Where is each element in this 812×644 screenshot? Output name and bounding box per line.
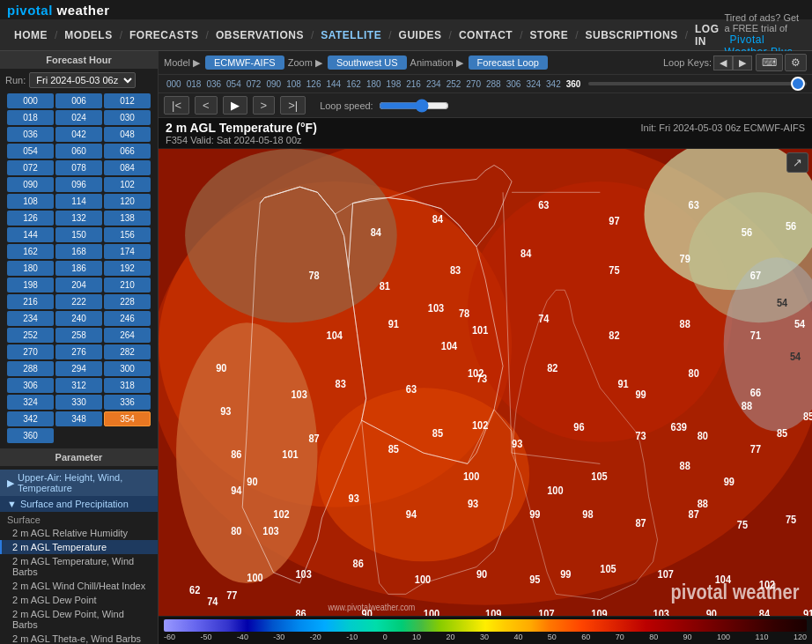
anim-prev[interactable]: <	[195, 96, 218, 115]
timeline-num-090[interactable]: 090	[263, 79, 284, 89]
hour-btn-180[interactable]: 180	[7, 261, 54, 276]
hour-btn-336[interactable]: 336	[104, 395, 151, 410]
hour-btn-330[interactable]: 330	[55, 395, 102, 410]
upper-air-header[interactable]: ▶ Upper-Air: Height, Wind, Temperature	[0, 470, 158, 496]
anim-next[interactable]: >	[253, 96, 276, 115]
nav-store[interactable]: STORE	[525, 29, 574, 41]
param-wind-chill[interactable]: 2 m AGL Wind Chill/Heat Index	[0, 579, 158, 593]
nav-subscriptions[interactable]: SUBSCRIPTIONS	[580, 29, 683, 41]
nav-satellite[interactable]: SATELLITE	[315, 29, 387, 41]
timeline-num-252[interactable]: 252	[444, 79, 464, 89]
param-dew-wind[interactable]: 2 m AGL Dew Point, Wind Barbs	[0, 607, 158, 632]
hour-btn-174[interactable]: 174	[104, 244, 151, 259]
timeline-num-324[interactable]: 324	[523, 79, 543, 89]
anim-play[interactable]: ▶	[223, 96, 247, 115]
hour-btn-102[interactable]: 102	[104, 177, 151, 192]
hour-btn-072[interactable]: 072	[7, 160, 54, 175]
timeline-num-054[interactable]: 054	[224, 79, 244, 89]
hour-btn-258[interactable]: 258	[55, 328, 102, 343]
timeline-num-360[interactable]: 360	[564, 79, 584, 89]
hour-btn-276[interactable]: 276	[55, 344, 102, 359]
hour-btn-252[interactable]: 252	[7, 328, 54, 343]
hour-btn-018[interactable]: 018	[7, 110, 54, 125]
hour-btn-030[interactable]: 030	[104, 110, 151, 125]
hour-btn-114[interactable]: 114	[55, 194, 102, 209]
hour-btn-348[interactable]: 348	[55, 411, 102, 426]
hour-btn-168[interactable]: 168	[55, 244, 102, 259]
hour-btn-210[interactable]: 210	[104, 278, 151, 292]
hour-btn-192[interactable]: 192	[104, 261, 151, 276]
hour-btn-144[interactable]: 144	[7, 227, 54, 242]
nav-home[interactable]: HOME	[9, 29, 53, 41]
nav-login[interactable]: LOG IN	[690, 23, 725, 48]
timeline-slider[interactable]	[588, 77, 807, 91]
hour-btn-300[interactable]: 300	[104, 361, 151, 376]
surface-precip-header[interactable]: ▼ Surface and Precipitation	[0, 496, 158, 512]
timeline-num-072[interactable]: 072	[244, 79, 264, 89]
hour-btn-204[interactable]: 204	[55, 278, 102, 292]
timeline-num-306[interactable]: 306	[504, 79, 524, 89]
hour-btn-282[interactable]: 282	[104, 344, 151, 359]
timeline-num-288[interactable]: 288	[484, 79, 504, 89]
anim-last[interactable]: >|	[280, 96, 306, 115]
loop-speed-slider[interactable]	[379, 99, 449, 113]
hour-btn-132[interactable]: 132	[55, 211, 102, 226]
hour-btn-078[interactable]: 078	[55, 160, 102, 175]
nav-guides[interactable]: GUIDES	[394, 29, 447, 41]
hour-btn-138[interactable]: 138	[104, 211, 151, 226]
hour-btn-054[interactable]: 054	[7, 144, 54, 159]
hour-btn-012[interactable]: 012	[104, 93, 151, 108]
model-button[interactable]: ECMWF-AIFS	[205, 56, 284, 70]
hour-btn-264[interactable]: 264	[104, 328, 151, 343]
hour-btn-090[interactable]: 090	[7, 177, 54, 192]
hour-btn-186[interactable]: 186	[55, 261, 102, 276]
hour-btn-060[interactable]: 060	[55, 144, 102, 159]
param-rel-humidity[interactable]: 2 m AGL Relative Humidity	[0, 526, 158, 540]
hour-btn-006[interactable]: 006	[55, 93, 102, 108]
hour-btn-162[interactable]: 162	[7, 244, 54, 259]
timeline-num-036[interactable]: 036	[203, 79, 224, 89]
timeline-num-216[interactable]: 216	[403, 79, 424, 89]
hour-btn-216[interactable]: 216	[7, 294, 54, 309]
timeline-num-270[interactable]: 270	[463, 79, 484, 89]
hour-btn-288[interactable]: 288	[7, 361, 54, 376]
anim-first[interactable]: |<	[164, 96, 189, 115]
hour-btn-306[interactable]: 306	[7, 378, 54, 393]
timeline-num-342[interactable]: 342	[543, 79, 564, 89]
share-button[interactable]: ↗	[786, 152, 808, 173]
param-temp-wind[interactable]: 2 m AGL Temperature, Wind Barbs	[0, 554, 158, 579]
loop-key-prev[interactable]: ◀	[713, 56, 733, 70]
hour-btn-108[interactable]: 108	[7, 194, 54, 209]
nav-contact[interactable]: CONTACT	[454, 29, 518, 41]
hour-btn-156[interactable]: 156	[104, 227, 151, 242]
hour-btn-024[interactable]: 024	[55, 110, 102, 125]
hour-btn-084[interactable]: 084	[104, 160, 151, 175]
hour-btn-066[interactable]: 066	[104, 144, 151, 159]
hour-btn-234[interactable]: 234	[7, 311, 54, 326]
loop-key-next[interactable]: ▶	[733, 56, 752, 70]
hour-btn-120[interactable]: 120	[104, 194, 151, 209]
param-dew-point[interactable]: 2 m AGL Dew Point	[0, 593, 158, 607]
nav-observations[interactable]: OBSERVATIONS	[210, 29, 309, 41]
timeline-num-126[interactable]: 126	[304, 79, 324, 89]
run-select[interactable]: Fri 2024-05-03 06z	[29, 72, 136, 88]
timeline-num-000[interactable]: 000	[164, 79, 184, 89]
timeline-num-198[interactable]: 198	[384, 79, 404, 89]
timeline-num-180[interactable]: 180	[364, 79, 384, 89]
zoom-button[interactable]: Southwest US	[328, 56, 407, 70]
settings-button[interactable]: ⚙	[785, 54, 807, 71]
hour-btn-360[interactable]: 360	[7, 428, 54, 443]
hour-btn-198[interactable]: 198	[7, 278, 54, 292]
param-theta-e[interactable]: 2 m AGL Theta-e, Wind Barbs	[0, 632, 158, 644]
hour-btn-246[interactable]: 246	[104, 311, 151, 326]
hour-btn-270[interactable]: 270	[7, 344, 54, 359]
timeline-num-144[interactable]: 144	[324, 79, 344, 89]
hour-btn-126[interactable]: 126	[7, 211, 54, 226]
hour-btn-150[interactable]: 150	[55, 227, 102, 242]
hour-btn-042[interactable]: 042	[55, 127, 102, 142]
timeline-num-234[interactable]: 234	[424, 79, 444, 89]
param-temperature[interactable]: 2 m AGL Temperature	[0, 540, 158, 554]
hour-btn-240[interactable]: 240	[55, 311, 102, 326]
hour-btn-036[interactable]: 036	[7, 127, 54, 142]
nav-models[interactable]: MODELS	[59, 29, 117, 41]
